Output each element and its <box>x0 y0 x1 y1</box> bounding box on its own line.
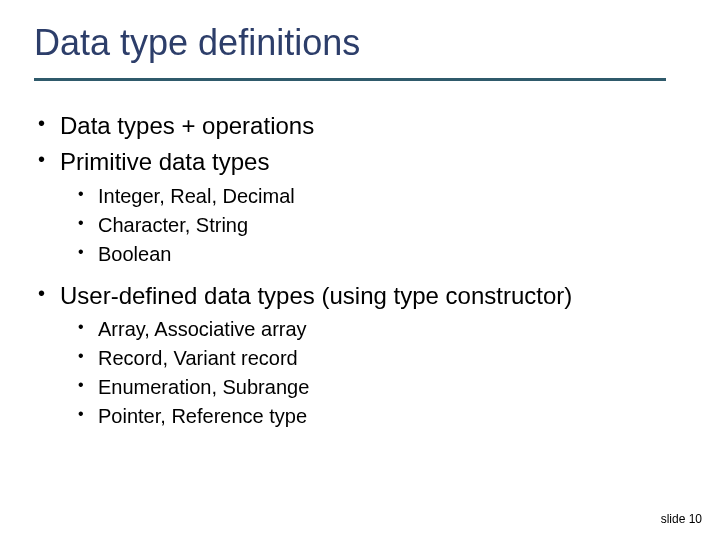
subbullet-integer-real-decimal: Integer, Real, Decimal <box>76 183 674 210</box>
subbullet-enumeration: Enumeration, Subrange <box>76 374 674 401</box>
bullet-primitive-data-types: Primitive data types <box>34 146 674 178</box>
spacing <box>34 270 674 280</box>
subbullet-boolean: Boolean <box>76 241 674 268</box>
bullet-user-defined-data-types: User-defined data types (using type cons… <box>34 280 674 312</box>
subbullet-record: Record, Variant record <box>76 345 674 372</box>
bullet-data-types-operations: Data types + operations <box>34 110 674 142</box>
slide-title: Data type definitions <box>34 22 360 64</box>
subbullet-pointer: Pointer, Reference type <box>76 403 674 430</box>
subbullet-array: Array, Associative array <box>76 316 674 343</box>
slide-content: Data types + operations Primitive data t… <box>34 110 674 432</box>
subbullet-character-string: Character, String <box>76 212 674 239</box>
slide-number: slide 10 <box>661 512 702 526</box>
slide: Data type definitions Data types + opera… <box>0 0 720 540</box>
title-underline <box>34 78 666 81</box>
